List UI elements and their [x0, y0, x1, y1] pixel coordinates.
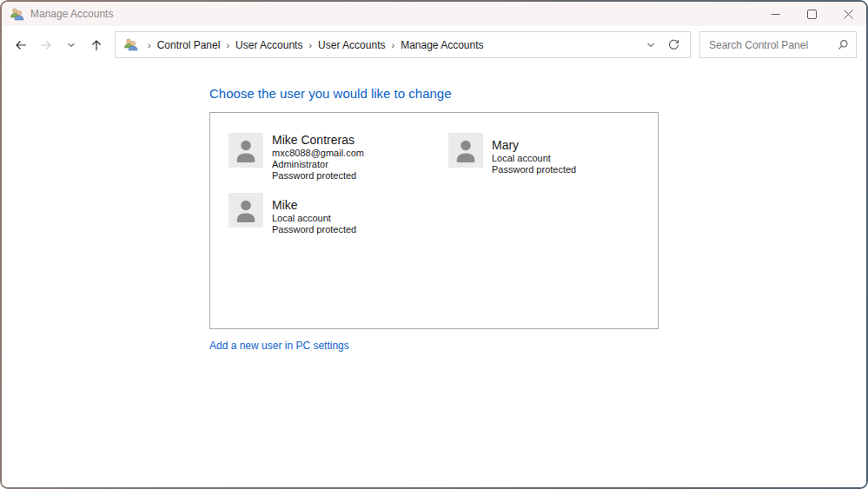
add-new-user-link[interactable]: Add a new user in PC settings	[209, 340, 349, 352]
search-input[interactable]	[709, 39, 837, 51]
maximize-button[interactable]	[793, 2, 830, 26]
up-button[interactable]	[84, 33, 109, 57]
recent-pages-button[interactable]	[59, 33, 83, 57]
user-role: Administrator	[272, 159, 364, 170]
breadcrumb-control-panel[interactable]: Control Panel	[157, 39, 221, 51]
user-avatar-icon	[448, 133, 483, 168]
user-accounts-breadcrumb-icon	[123, 38, 138, 51]
back-arrow-icon	[14, 38, 28, 52]
chevron-down-icon	[66, 40, 76, 50]
user-email: mxc8088@gmail.com	[272, 148, 364, 159]
breadcrumb-manage-accounts[interactable]: Manage Accounts	[401, 39, 483, 51]
breadcrumb-separator: ›	[220, 40, 235, 50]
address-dropdown-button[interactable]	[639, 34, 662, 56]
user-name: Mary	[492, 138, 576, 153]
user-avatar-icon	[229, 133, 263, 168]
user-accounts-icon	[10, 8, 24, 21]
minimize-button[interactable]	[757, 2, 793, 26]
breadcrumb-separator: ›	[385, 40, 401, 50]
user-tile-mike-contreras[interactable]: Mike Contreras mxc8088@gmail.com Adminis…	[229, 133, 448, 193]
address-bar[interactable]: › Control Panel › User Accounts › User A…	[115, 31, 691, 58]
back-button[interactable]	[9, 33, 33, 57]
manage-accounts-window: Manage Accounts	[2, 2, 866, 487]
navigation-bar: › Control Panel › User Accounts › User A…	[2, 26, 866, 63]
user-tile-mary[interactable]: Mary Local account Password protected	[448, 133, 658, 193]
minimize-icon	[771, 10, 780, 19]
breadcrumb-user-accounts-2[interactable]: User Accounts	[318, 39, 385, 51]
breadcrumb-separator: ›	[142, 40, 157, 50]
user-info: Mike Contreras mxc8088@gmail.com Adminis…	[272, 133, 364, 182]
page-title: Choose the user you would like to change	[209, 86, 866, 101]
user-role: Local account	[272, 213, 356, 224]
maximize-icon	[807, 10, 817, 19]
forward-arrow-icon	[39, 38, 53, 52]
user-avatar-icon	[229, 193, 263, 228]
main-content: Choose the user you would like to change…	[2, 63, 866, 487]
user-protection: Password protected	[272, 224, 356, 235]
close-button[interactable]	[830, 2, 866, 26]
user-protection: Password protected	[492, 164, 576, 175]
user-name: Mike	[272, 198, 356, 213]
user-tile-mike[interactable]: Mike Local account Password protected	[229, 193, 448, 253]
up-arrow-icon	[89, 38, 103, 52]
refresh-button[interactable]	[662, 34, 685, 56]
breadcrumb-separator: ›	[302, 40, 318, 50]
user-info: Mary Local account Password protected	[492, 133, 576, 175]
search-box	[699, 31, 857, 58]
breadcrumb-user-accounts-1[interactable]: User Accounts	[235, 39, 302, 51]
chevron-down-icon	[646, 40, 656, 50]
forward-button[interactable]	[34, 33, 58, 57]
user-info: Mike Local account Password protected	[272, 193, 356, 235]
search-icon[interactable]	[837, 39, 849, 51]
user-protection: Password protected	[272, 170, 364, 182]
title-bar: Manage Accounts	[2, 2, 866, 26]
user-list: Mike Contreras mxc8088@gmail.com Adminis…	[209, 112, 659, 329]
user-name: Mike Contreras	[272, 133, 364, 148]
refresh-icon	[667, 38, 680, 51]
window-title: Manage Accounts	[30, 8, 113, 20]
close-icon	[844, 10, 853, 19]
window-frame: Manage Accounts	[0, 0, 868, 489]
user-role: Local account	[492, 153, 576, 164]
